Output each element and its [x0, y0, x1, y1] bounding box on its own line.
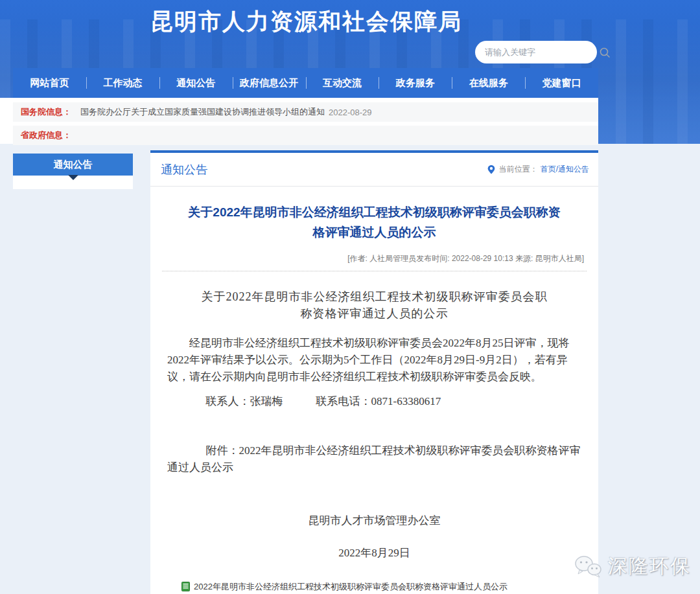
- nav-item-interaction[interactable]: 互动交流: [306, 77, 379, 89]
- breadcrumb: 当前位置： 首页/通知公告: [487, 164, 589, 175]
- dotted-separator: [162, 271, 587, 271]
- signature-org: 昆明市人才市场管理办公室: [167, 512, 581, 529]
- header-banner: 昆明市人力资源和社会保障局 网站首页 工作动态 通知公告 政府信息公开 互动交流…: [0, 0, 700, 144]
- search-input[interactable]: [485, 47, 599, 57]
- ticker-date: 2022-08-29: [329, 108, 372, 117]
- attachment-note: 附件：2022年昆明市非公经济组织工程技术初级职称评审委员会职称资格评审通过人员…: [167, 442, 581, 476]
- sidebar: 通知公告: [13, 154, 133, 189]
- ticker-label: 国务院信息：: [21, 106, 71, 118]
- panel-header: 通知公告 当前位置： 首页/通知公告: [150, 153, 598, 187]
- article-paragraph: 经昆明市非公经济组织工程技术初级职称评审委员会2022年8月25日评审，现将20…: [167, 335, 581, 385]
- article-body-title: 关于2022年昆明市非公经济组织工程技术初级职称评审委员会职称资格评审通过人员的…: [197, 288, 552, 322]
- attachment-link-row[interactable]: 2022年昆明市非公经济组织工程技术初级职称评审委员会职称资格评审通过人员公示: [181, 581, 598, 593]
- nav-item-notices[interactable]: 通知公告: [159, 77, 233, 89]
- watermark-text: 深隆环保: [608, 553, 691, 580]
- sidebar-item-label: 通知公告: [54, 159, 93, 171]
- breadcrumb-path[interactable]: 首页/通知公告: [541, 164, 589, 175]
- page: 昆明市人力资源和社会保障局 网站首页 工作动态 通知公告 政府信息公开 互动交流…: [0, 0, 700, 594]
- excel-file-icon: [181, 582, 190, 591]
- attachment-link-text[interactable]: 2022年昆明市非公经济组织工程技术初级职称评审委员会职称资格评审通过人员公示: [194, 581, 508, 593]
- section-title: 通知公告: [161, 162, 207, 177]
- site-title: 昆明市人力资源和社会保障局: [150, 6, 462, 37]
- nav-item-gov-info[interactable]: 政府信息公开: [233, 77, 306, 89]
- breadcrumb-label: 当前位置：: [499, 164, 538, 175]
- content-panel: 通知公告 当前位置： 首页/通知公告 关于2022年昆明市非公经济组织工程技术初…: [150, 150, 598, 594]
- nav-item-home[interactable]: 网站首页: [13, 77, 86, 89]
- nav-item-party-window[interactable]: 党建窗口: [525, 77, 598, 89]
- nav-item-gov-services[interactable]: 政务服务: [379, 77, 452, 89]
- ticker-section: 国务院信息： 国务院办公厅关于成立国家质量强国建设协调推进领导小组的通知 202…: [0, 98, 598, 144]
- ticker-link[interactable]: 国务院办公厅关于成立国家质量强国建设协调推进领导小组的通知: [80, 106, 325, 118]
- search-icon[interactable]: [599, 47, 611, 58]
- nav-item-online-services[interactable]: 在线服务: [452, 77, 525, 89]
- signature-date: 2022年8月29日: [167, 545, 581, 562]
- ticker-row-state-council: 国务院信息： 国务院办公厅关于成立国家质量强国建设协调推进领导小组的通知 202…: [13, 102, 598, 122]
- contact-line: 联系人：张瑞梅 联系电话：0871-63380617: [167, 393, 581, 410]
- search-box[interactable]: [475, 41, 597, 63]
- article-body: 关于2022年昆明市非公经济组织工程技术初级职称评审委员会职称资格评审通过人员的…: [150, 288, 598, 562]
- sidebar-item-notices[interactable]: 通知公告: [13, 154, 133, 176]
- ticker-label: 省政府信息：: [21, 130, 71, 141]
- main-nav: 网站首页 工作动态 通知公告 政府信息公开 互动交流 政务服务 在线服务 党建窗…: [13, 68, 598, 98]
- location-pin-icon: [487, 165, 496, 175]
- article-meta: [作者: 人社局管理员发布时间: 2022-08-29 10:13 来源: 昆明…: [165, 253, 584, 264]
- nav-item-work-news[interactable]: 工作动态: [86, 77, 159, 89]
- ticker-row-provincial-gov: 省政府信息：: [13, 126, 598, 145]
- article-title: 关于2022年昆明市非公经济组织工程技术初级职称评审委员会职称资格评审通过人员的…: [188, 202, 561, 243]
